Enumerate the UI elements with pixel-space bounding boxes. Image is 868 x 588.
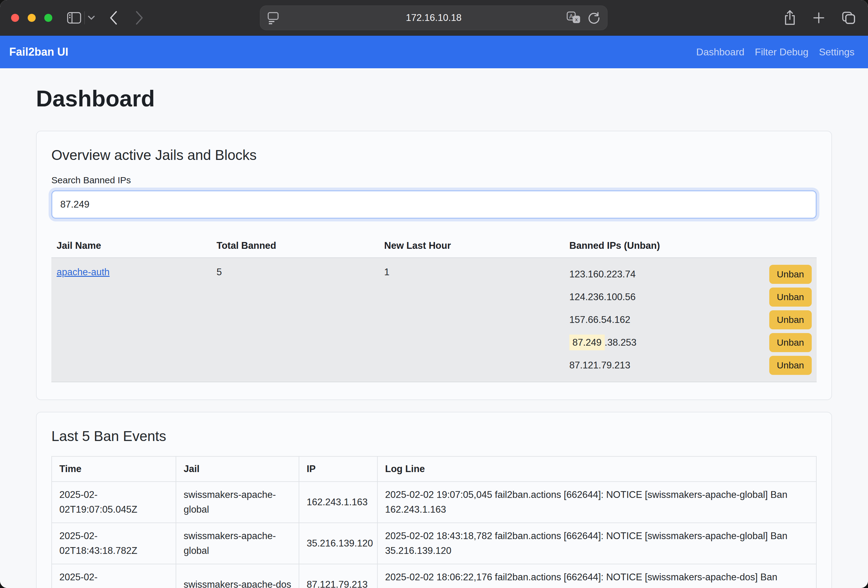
banned-ip-text: 123.160.223.74	[569, 269, 636, 280]
banned-ip: 123.160.223.74	[569, 269, 636, 280]
page-title: Dashboard	[36, 85, 832, 112]
banned-ip-text: 157.66.54.162	[569, 314, 630, 325]
banned-ip: 157.66.54.162	[569, 314, 630, 326]
banned-ip: 87.249.38.253	[569, 337, 636, 348]
banned-ip-text: 87.121.79.213	[569, 360, 630, 371]
banned-ip-list: 123.160.223.74 Unban 124.236.100.56 Unba…	[564, 258, 816, 382]
jails-table-header: Jail Name Total Banned New Last Hour Ban…	[52, 235, 816, 258]
share-icon	[784, 10, 796, 25]
column-header-banned-ips: Banned IPs (Unban)	[564, 235, 816, 257]
browser-toolbar: 172.16.10.18 A x	[0, 0, 868, 36]
banned-ip-row: 87.121.79.213 Unban	[569, 355, 812, 376]
nav-link-filter-debug[interactable]: Filter Debug	[755, 46, 808, 58]
column-header-jail: Jail	[176, 456, 299, 482]
overview-card-title: Overview active Jails and Blocks	[52, 147, 816, 163]
column-header-new-last-hour: New Last Hour	[379, 235, 564, 257]
new-tab-button[interactable]	[813, 12, 825, 24]
unban-button[interactable]: Unban	[769, 265, 812, 284]
page-content: Dashboard Overview active Jails and Bloc…	[0, 68, 868, 588]
total-banned-value: 5	[211, 258, 379, 382]
close-window-button[interactable]	[11, 14, 19, 22]
jail-name-link[interactable]: apache-auth	[57, 267, 109, 277]
banned-ip: 87.121.79.213	[569, 360, 630, 371]
event-log-line: 2025-02-02 19:07:05,045 fail2ban.actions…	[377, 482, 816, 523]
ban-events-table: Time Jail IP Log Line 2025-02-02T19:07:0…	[52, 456, 816, 588]
window-controls	[11, 14, 52, 22]
search-banned-ips-input[interactable]	[52, 190, 816, 219]
event-jail: swissmakers-apache-global	[176, 523, 299, 564]
column-header-jail-name: Jail Name	[52, 235, 211, 257]
event-log-line: 2025-02-02 18:43:18,782 fail2ban.actions…	[377, 523, 816, 564]
ban-events-header-row: Time Jail IP Log Line	[52, 456, 816, 482]
back-icon	[109, 11, 118, 25]
event-ip: 87.121.79.213	[299, 564, 377, 588]
column-header-ip: IP	[299, 456, 377, 482]
column-header-total-banned: Total Banned	[211, 235, 379, 257]
url-text: 172.16.10.18	[260, 6, 607, 30]
unban-button[interactable]: Unban	[769, 310, 812, 329]
toolbar-divider	[84, 11, 85, 24]
brand-link[interactable]: Fail2ban UI	[9, 46, 68, 59]
forward-icon	[135, 11, 143, 25]
event-time: 2025-02-02T18:43:18.782Z	[52, 523, 176, 564]
unban-button[interactable]: Unban	[769, 356, 812, 375]
ban-events-card: Last 5 Ban Events Time Jail IP Log Line …	[36, 412, 832, 588]
forward-button[interactable]	[135, 11, 143, 25]
table-row: 2025-02-02T19:07:05.045Z swissmakers-apa…	[52, 482, 816, 523]
sidebar-toggle-button[interactable]	[67, 12, 81, 24]
event-ip: 35.216.139.120	[299, 523, 377, 564]
ban-events-card-title: Last 5 Ban Events	[52, 428, 816, 444]
banned-ip-text: 124.236.100.56	[569, 292, 636, 302]
share-button[interactable]	[784, 10, 796, 25]
new-last-hour-value: 1	[379, 258, 564, 382]
fullscreen-window-button[interactable]	[44, 14, 52, 22]
event-log-line: 2025-02-02 18:06:22,176 fail2ban.actions…	[377, 564, 816, 588]
sidebar-icon	[67, 12, 81, 24]
nav-link-dashboard[interactable]: Dashboard	[696, 46, 745, 58]
event-time: 2025-02-02T19:07:05.045Z	[52, 482, 176, 523]
banned-ip-row: 157.66.54.162 Unban	[569, 309, 812, 331]
event-jail: swissmakers-apache-global	[176, 482, 299, 523]
jails-table: Jail Name Total Banned New Last Hour Ban…	[52, 235, 816, 382]
tabs-icon	[841, 11, 856, 25]
banned-ip-row: 124.236.100.56 Unban	[569, 286, 812, 308]
translate-icon[interactable]: A x	[567, 11, 581, 24]
address-bar[interactable]: 172.16.10.18 A x	[260, 6, 607, 30]
unban-button[interactable]: Unban	[769, 287, 812, 307]
back-button[interactable]	[109, 11, 118, 25]
plus-icon	[813, 12, 825, 24]
sidebar-menu-button[interactable]	[88, 16, 95, 20]
nav-link-settings[interactable]: Settings	[819, 46, 855, 58]
column-header-time: Time	[52, 456, 176, 482]
table-row: 2025-02-02T18:43:18.782Z swissmakers-apa…	[52, 523, 816, 564]
table-row: 2025-02-02T18:06:22.176Z swissmakers-apa…	[52, 564, 816, 588]
reload-icon[interactable]	[588, 11, 601, 24]
search-banned-ips-label: Search Banned IPs	[52, 175, 816, 186]
banned-ip-row: 87.249.38.253 Unban	[569, 332, 812, 353]
minimize-window-button[interactable]	[28, 14, 36, 22]
event-time: 2025-02-02T18:06:22.176Z	[52, 564, 176, 588]
event-ip: 162.243.1.163	[299, 482, 377, 523]
svg-text:x: x	[575, 16, 578, 22]
page-settings-icon[interactable]	[267, 11, 279, 24]
table-row: apache-auth 5 1 123.160.223.74 Unban 124…	[52, 258, 816, 382]
banned-ip-text: .38.253	[605, 337, 636, 348]
app-navbar: Fail2ban UI Dashboard Filter Debug Setti…	[0, 36, 868, 68]
event-jail: swissmakers-apache-dos	[176, 564, 299, 588]
chevron-down-icon	[88, 16, 95, 20]
overview-card: Overview active Jails and Blocks Search …	[36, 131, 832, 400]
tab-overview-button[interactable]	[841, 11, 856, 25]
unban-button[interactable]: Unban	[769, 333, 812, 352]
browser-window: 172.16.10.18 A x	[0, 0, 868, 588]
search-match-highlight: 87.249	[569, 335, 605, 350]
column-header-log-line: Log Line	[377, 456, 816, 482]
banned-ip: 124.236.100.56	[569, 292, 636, 303]
banned-ip-row: 123.160.223.74 Unban	[569, 264, 812, 285]
